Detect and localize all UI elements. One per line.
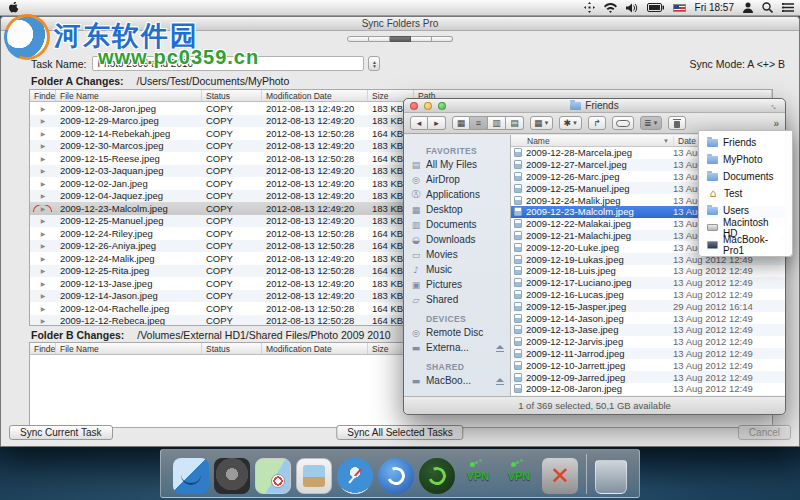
back-icon[interactable]: ◂ [410, 116, 428, 130]
2009-12-17-Luciano.jpeg[interactable]: 2009-12-17-Luciano.jpeg 13 Aug 2012 12:4… [511, 277, 785, 289]
overflow-chevron-icon[interactable]: » [773, 118, 779, 129]
sidebar-entry[interactable]: DEVICES [404, 313, 510, 325]
column-header-finder[interactable]: Finder [30, 343, 56, 354]
vpn2-dock-icon[interactable]: VPN [501, 458, 537, 494]
disclosure-triangle-icon[interactable]: ▶ [30, 267, 56, 274]
2009-12-18-Luis.jpeg[interactable]: 2009-12-18-Luis.jpeg 13 Aug 2012 12:49 [511, 265, 785, 277]
wifi-icon[interactable] [604, 3, 617, 13]
column-header-finder[interactable]: Finder [30, 90, 56, 101]
eject-icon[interactable] [496, 377, 504, 385]
spotlight-icon[interactable] [762, 2, 773, 13]
disclosure-triangle-icon[interactable]: ▶ [30, 155, 56, 162]
arrange-icon[interactable]: ▦▼ [530, 116, 553, 130]
finder-title-bar[interactable]: Friends ↔ [404, 99, 785, 113]
sidebar-entry[interactable]: ▥ Documents [404, 217, 510, 232]
uninstaller-dock-icon[interactable] [542, 458, 578, 494]
2009-12-11-Jarrod.jpeg[interactable]: 2009-12-11-Jarrod.jpeg 13 Aug 2012 12:49 [511, 348, 785, 360]
column-header-status[interactable]: Status [202, 343, 262, 354]
column-header-modification-date[interactable]: Modification Date [262, 90, 368, 101]
safari-dock-icon[interactable] [337, 458, 373, 494]
menu-bar-clock[interactable]: Fri 18:57 [695, 2, 734, 13]
2009-12-16-Lucas.jpeg[interactable]: 2009-12-16-Lucas.jpeg 13 Aug 2012 12:49 [511, 289, 785, 301]
vpn-dock-icon[interactable]: VPN [460, 458, 496, 494]
disclosure-triangle-icon[interactable]: ▶ [30, 205, 56, 212]
2009-12-08-Jaron.jpeg[interactable]: 2009-12-08-Jaron.jpeg 13 Aug 2012 12:49 [511, 383, 785, 395]
disclosure-triangle-icon[interactable]: ▶ [30, 117, 56, 124]
system-preferences-dock-icon[interactable] [214, 458, 250, 494]
2009-12-10-Jarrett.jpeg[interactable]: 2009-12-10-Jarrett.jpeg 13 Aug 2012 12:4… [511, 359, 785, 371]
path-menu-item[interactable]: Test [699, 185, 792, 202]
disclosure-triangle-icon[interactable]: ▶ [30, 317, 56, 324]
sidebar-entry[interactable]: ▣ Pictures [404, 277, 510, 292]
column-header-status[interactable]: Status [202, 90, 262, 101]
disclosure-triangle-icon[interactable]: ▶ [30, 242, 56, 249]
sidebar-entry[interactable]: ▦ Desktop [404, 202, 510, 217]
sidebar-entry[interactable]: ◎ Remote Disc [404, 325, 510, 340]
2009-12-12-Jarvis.jpeg[interactable]: 2009-12-12-Jarvis.jpeg 13 Aug 2012 12:49 [511, 336, 785, 348]
disclosure-triangle-icon[interactable]: ▶ [30, 305, 56, 312]
sidebar-entry[interactable]: ◎ AirDrop [404, 172, 510, 187]
sidebar-entry[interactable]: ♪ Music [404, 262, 510, 277]
forward-icon[interactable]: ▸ [428, 116, 446, 130]
app-tab[interactable] [347, 36, 369, 42]
eject-icon[interactable] [496, 344, 504, 352]
column-header-modification-date[interactable]: Modification Date [262, 343, 368, 354]
sync-folders-blue-dock-icon[interactable] [378, 458, 414, 494]
disclosure-triangle-icon[interactable]: ▶ [30, 280, 56, 287]
sidebar-entry[interactable]: ▬ Externa... [404, 340, 510, 355]
trash-icon[interactable] [668, 116, 686, 130]
disclosure-triangle-icon[interactable]: ▶ [30, 230, 56, 237]
maps-dock-icon[interactable] [255, 458, 291, 494]
disclosure-triangle-icon[interactable]: ▶ [30, 142, 56, 149]
2009-12-09-Jarred.jpeg[interactable]: 2009-12-09-Jarred.jpeg 13 Aug 2012 12:49 [511, 371, 785, 383]
sidebar-entry[interactable]: Ⓐ Applications [404, 187, 510, 202]
disclosure-triangle-icon[interactable]: ▶ [30, 255, 56, 262]
2009-12-14-Jason.jpeg[interactable]: 2009-12-14-Jason.jpeg 13 Aug 2012 12:49 [511, 312, 785, 324]
app-tab[interactable] [411, 36, 432, 42]
task-name-input[interactable] [92, 56, 364, 71]
2009-12-13-Jase.jpeg[interactable]: 2009-12-13-Jase.jpeg 13 Aug 2012 12:49 [511, 324, 785, 336]
path-menu-icon[interactable]: ≣▼ [640, 116, 663, 130]
disclosure-triangle-icon[interactable]: ▶ [30, 105, 56, 112]
battery-icon[interactable] [647, 3, 664, 12]
tags-icon[interactable] [612, 116, 634, 130]
us-flag-icon[interactable] [673, 4, 686, 12]
sync-all-selected-tasks-button[interactable]: Sync All Selected Tasks [336, 425, 463, 440]
icon-view-icon[interactable]: ▦ [452, 116, 470, 130]
column-view-icon[interactable]: ▥ [488, 116, 506, 130]
user-icon[interactable] [743, 2, 753, 13]
sidebar-entry[interactable]: ▭ Movies [404, 247, 510, 262]
sidebar-entry[interactable]: SHARED [404, 361, 510, 373]
disclosure-triangle-icon[interactable]: ▶ [30, 130, 56, 137]
sidebar-entry[interactable]: ▱ Shared [404, 292, 510, 307]
sync-folders-green-dock-icon[interactable] [419, 458, 455, 494]
cancel-button[interactable]: Cancel [738, 425, 791, 440]
name-column-header[interactable]: Name ▼ [511, 136, 673, 146]
column-header-file-name[interactable]: File Name [56, 90, 202, 101]
sidebar-entry[interactable]: ▬ MacBoo... [404, 373, 510, 388]
app-window-title[interactable]: Sync Folders Pro [1, 17, 799, 31]
list-view-icon[interactable]: ≡ [470, 116, 488, 130]
disclosure-triangle-icon[interactable]: ▶ [30, 167, 56, 174]
path-menu-item[interactable]: MyPhoto [699, 151, 792, 168]
coverflow-view-icon[interactable]: ▤ [506, 116, 524, 130]
sync-current-task-button[interactable]: Sync Current Task [9, 425, 113, 440]
path-menu-item[interactable]: MacBook-Pro1 [699, 236, 792, 253]
finder-dock-icon[interactable] [173, 458, 209, 494]
sidebar-entry[interactable]: ▤ All My Files [404, 157, 510, 172]
task-stepper[interactable]: ▲▼ [368, 56, 380, 71]
2009-12-15-Jasper.jpeg[interactable]: 2009-12-15-Jasper.jpeg 29 Aug 2012 16:14 [511, 300, 785, 312]
disclosure-triangle-icon[interactable]: ▶ [30, 192, 56, 199]
path-menu-item[interactable]: Friends [699, 134, 792, 151]
path-menu-item[interactable]: Documents [699, 168, 792, 185]
sidebar-entry[interactable]: FAVORITES [404, 145, 510, 157]
apple-menu-icon[interactable] [6, 2, 20, 14]
trash-dock-icon[interactable] [595, 460, 627, 494]
sidebar-entry[interactable]: ◒ Downloads [404, 232, 510, 247]
volume-icon[interactable] [626, 3, 638, 13]
app-tab[interactable] [369, 36, 390, 42]
preview-dock-icon[interactable] [296, 458, 332, 494]
app-tab[interactable] [390, 36, 411, 42]
universal-access-icon[interactable] [584, 2, 595, 13]
app-tab[interactable] [432, 36, 453, 42]
